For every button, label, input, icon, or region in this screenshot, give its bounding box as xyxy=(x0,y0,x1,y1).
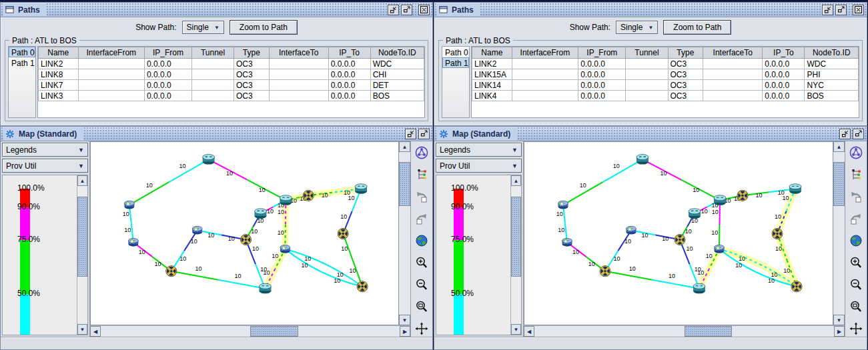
globe-icon[interactable] xyxy=(848,233,864,249)
table-row[interactable]: LINK7 0.0.0.0 OC3 0.0.0.0DET xyxy=(39,80,424,91)
map-node-n5[interactable] xyxy=(626,226,636,234)
column-header[interactable]: IP_To xyxy=(763,47,805,59)
map-link-l1[interactable] xyxy=(169,159,208,182)
table-row[interactable]: LINK2 0.0.0.0 OC3 0.0.0.0WDC xyxy=(39,59,424,69)
scrollbar-thumb[interactable] xyxy=(77,197,87,277)
legends-combobox[interactable]: Legends ▼ xyxy=(2,143,88,157)
globe-icon[interactable] xyxy=(414,233,430,249)
map-node-n4[interactable] xyxy=(598,264,612,277)
zoom-to-path-button[interactable]: Zoom to Path xyxy=(230,20,298,35)
column-header[interactable]: Name xyxy=(39,47,79,59)
map-titlebar[interactable]: Map (Standard) xyxy=(434,127,867,141)
scroll-up-icon[interactable]: ▲ xyxy=(511,175,521,186)
table-row[interactable]: LINK4 0.0.0.0 OC3 0.0.0.0BOS xyxy=(472,91,859,101)
restore-button[interactable] xyxy=(388,5,399,15)
close-button[interactable] xyxy=(418,5,430,15)
map-node-n4[interactable] xyxy=(165,264,178,277)
scroll-up-icon[interactable]: ▲ xyxy=(833,141,845,152)
map-node-phi[interactable] xyxy=(356,280,369,293)
restore-button[interactable] xyxy=(405,129,416,139)
map-node-n2[interactable] xyxy=(124,201,134,209)
map-canvas[interactable]: 1010101010101010101010101010101010101010… xyxy=(524,141,833,325)
zoom-in-icon[interactable] xyxy=(414,255,430,271)
map-link-l16[interactable] xyxy=(218,280,265,289)
map-node-wdc[interactable] xyxy=(280,245,290,253)
topology-icon[interactable] xyxy=(414,145,430,161)
map-vertical-scrollbar[interactable]: ▲ ▼ xyxy=(399,141,410,325)
maximize-button[interactable] xyxy=(418,129,430,139)
column-header[interactable]: Tunnel xyxy=(192,47,234,59)
legends-combobox[interactable]: Legends ▼ xyxy=(436,143,522,157)
table-row[interactable]: LINK15A 0.0.0.0 OC3 0.0.0.0PHI xyxy=(472,69,859,80)
column-header[interactable]: NodeTo.ID xyxy=(805,47,859,59)
restore-button[interactable] xyxy=(839,129,851,139)
scrollbar-thumb[interactable] xyxy=(685,326,733,337)
subviews-icon[interactable] xyxy=(414,167,430,183)
map-horizontal-scrollbar[interactable]: ◀ ▶ xyxy=(90,325,410,337)
pan-icon[interactable] xyxy=(414,321,430,337)
show-path-combobox[interactable]: Single ▼ xyxy=(182,21,224,34)
map-node-bos[interactable] xyxy=(355,184,367,194)
map-node-n1[interactable] xyxy=(636,155,648,165)
map-node-n7[interactable] xyxy=(689,209,701,219)
table-row[interactable]: LINK14 0.0.0.0 OC3 0.0.0.0NYC xyxy=(472,80,859,91)
zoom-in-icon[interactable] xyxy=(848,255,864,271)
paths-titlebar[interactable]: Paths xyxy=(1,3,432,17)
map-node-bos[interactable] xyxy=(789,184,801,194)
map-canvas[interactable]: 1010101010101010101010101010101010101010… xyxy=(90,141,399,325)
scroll-up-icon[interactable]: ▲ xyxy=(399,141,410,152)
scroll-right-icon[interactable]: ▶ xyxy=(834,326,845,337)
util-combobox[interactable]: Prov Util ▼ xyxy=(2,159,88,173)
map-node-wdc[interactable] xyxy=(715,245,725,253)
scroll-down-icon[interactable]: ▼ xyxy=(511,324,521,335)
zoom-to-path-button[interactable]: Zoom to Path xyxy=(663,20,731,35)
table-row[interactable]: LINK2 0.0.0.0 OC3 0.0.0.0WDC xyxy=(472,59,859,69)
map-node-n5[interactable] xyxy=(192,226,202,234)
map-node-n2[interactable] xyxy=(558,201,568,209)
redo-icon[interactable] xyxy=(414,211,430,227)
scroll-right-icon[interactable]: ▶ xyxy=(400,326,410,337)
subviews-icon[interactable] xyxy=(848,167,864,183)
restore-button[interactable] xyxy=(822,5,833,15)
map-node-n6[interactable] xyxy=(239,233,252,246)
zoom-out-icon[interactable] xyxy=(848,277,864,293)
zoom-out-icon[interactable] xyxy=(414,277,430,293)
path-list-item[interactable]: Path 0 xyxy=(9,47,35,57)
table-row[interactable]: LINK3 0.0.0.0 OC3 0.0.0.0BOS xyxy=(39,91,424,101)
map-node-n1[interactable] xyxy=(203,155,215,165)
map-link-l17[interactable] xyxy=(326,264,362,287)
map-node-chi[interactable] xyxy=(714,195,726,205)
pan-icon[interactable] xyxy=(848,321,864,337)
column-header[interactable]: InterfaceFrom xyxy=(512,47,578,59)
map-horizontal-scrollbar[interactable]: ◀ ▶ xyxy=(524,325,845,337)
scroll-down-icon[interactable]: ▼ xyxy=(833,315,845,325)
column-header[interactable]: Type xyxy=(234,47,270,59)
map-node-n7[interactable] xyxy=(254,209,266,219)
map-link-l1[interactable] xyxy=(603,159,643,182)
undo-icon[interactable] xyxy=(848,189,864,205)
scroll-down-icon[interactable]: ▼ xyxy=(399,315,410,325)
network-topology[interactable]: 1010101010101010101010101010101010101010… xyxy=(91,142,398,325)
path-list-item[interactable]: Path 1 xyxy=(442,57,469,68)
map-node-atl[interactable] xyxy=(259,283,271,293)
scrollbar-thumb[interactable] xyxy=(250,326,298,337)
zoom-window-icon[interactable] xyxy=(414,299,430,315)
column-header[interactable]: IP_From xyxy=(578,47,626,59)
table-row[interactable]: LINK8 0.0.0.0 OC3 0.0.0.0CHI xyxy=(39,69,424,80)
path-list-item[interactable]: Path 1 xyxy=(9,57,35,68)
scrollbar-thumb[interactable] xyxy=(399,162,410,206)
close-button[interactable] xyxy=(853,5,864,15)
legend-scrollbar[interactable]: ▲ ▼ xyxy=(77,175,87,335)
map-link-l16[interactable] xyxy=(653,280,700,289)
map-node-n3[interactable] xyxy=(128,238,138,246)
network-topology[interactable]: 1010101010101010101010101010101010101010… xyxy=(524,142,833,325)
paths-titlebar[interactable]: Paths xyxy=(434,3,867,17)
show-path-combobox[interactable]: Single ▼ xyxy=(616,21,658,34)
column-header[interactable]: Name xyxy=(472,47,512,59)
redo-icon[interactable] xyxy=(848,211,864,227)
column-header[interactable]: InterfaceTo xyxy=(703,47,763,59)
column-header[interactable]: InterfaceTo xyxy=(269,47,328,59)
legend-scrollbar[interactable]: ▲ ▼ xyxy=(510,175,521,335)
path-list-item[interactable]: Path 0 xyxy=(442,47,469,57)
map-node-n3[interactable] xyxy=(562,238,572,246)
